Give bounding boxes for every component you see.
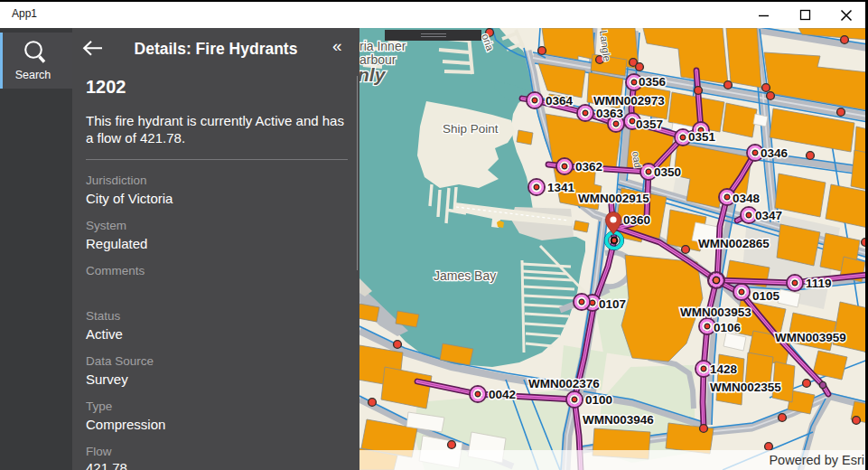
svg-text:0106: 0106 [714, 321, 742, 334]
svg-text:WMN002376: WMN002376 [528, 377, 600, 390]
svg-text:0107: 0107 [599, 297, 626, 311]
svg-text:0360: 0360 [623, 213, 650, 227]
svg-text:oad: oad [630, 151, 643, 169]
svg-text:WMN003946: WMN003946 [583, 413, 654, 427]
svg-text:WMN002915: WMN002915 [578, 192, 649, 205]
svg-text:0347: 0347 [755, 209, 782, 222]
svg-text:Powered by Esri: Powered by Esri [769, 453, 864, 467]
svg-text:WMN002973: WMN002973 [593, 94, 665, 108]
svg-text:0356: 0356 [639, 75, 667, 89]
svg-text:0350: 0350 [654, 165, 681, 179]
svg-text:0348: 0348 [733, 192, 761, 205]
svg-text:1119: 1119 [806, 277, 832, 290]
svg-text:WMN002355: WMN002355 [710, 381, 781, 394]
svg-text:0351: 0351 [688, 130, 716, 144]
svg-text:1341: 1341 [547, 181, 575, 194]
svg-text:0362: 0362 [575, 160, 602, 174]
svg-text:WMN002865: WMN002865 [698, 237, 770, 250]
svg-text:0357: 0357 [636, 118, 663, 131]
svg-text:James Bay: James Bay [434, 268, 496, 283]
svg-text:ria Inner: ria Inner [359, 39, 406, 53]
svg-text:1428: 1428 [710, 362, 738, 376]
svg-text:0105: 0105 [752, 289, 780, 303]
svg-text:nly: nly [359, 64, 387, 85]
svg-text:0100: 0100 [585, 393, 612, 407]
svg-text:0346: 0346 [761, 146, 789, 160]
svg-text:WMN003953: WMN003953 [680, 306, 751, 319]
svg-text:WMN003959: WMN003959 [775, 331, 846, 344]
svg-text:Ship Point: Ship Point [443, 122, 499, 136]
svg-text:0364: 0364 [546, 94, 574, 108]
svg-text:0363: 0363 [596, 107, 624, 120]
svg-text:0042: 0042 [489, 388, 516, 401]
